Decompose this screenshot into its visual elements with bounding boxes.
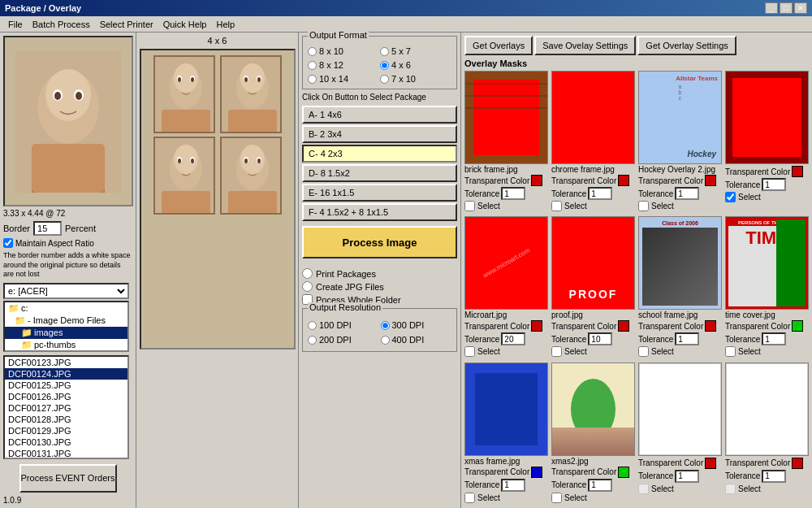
select-xmas2: Select [551,493,635,503]
color-swatch-xmas2[interactable] [618,467,629,478]
save-overlay-settings-button[interactable]: Save Ovelay Settings [534,36,636,55]
maximize-button[interactable]: □ [780,2,793,14]
tree-item-demo[interactable]: 📁 - Image Demo Files [5,315,127,327]
select-checkbox-xmas2[interactable] [551,493,562,503]
file-list[interactable]: DCF00123.JPG DCF00124.JPG DCF00125.JPG D… [3,355,129,458]
transparent-color-proof: Transparent Color [551,320,635,332]
color-swatch-time[interactable] [792,320,803,332]
select-checkbox-chrome[interactable] [551,201,562,211]
tolerance-input-empty2[interactable] [762,470,786,483]
color-swatch-brick[interactable] [531,175,542,186]
menu-file[interactable]: File [3,18,28,31]
color-swatch-xmas[interactable] [531,467,542,478]
format-4x6-radio[interactable] [380,61,389,70]
select-checkbox-proof[interactable] [551,346,562,357]
color-swatch-empty2[interactable] [792,458,803,469]
format-10x14-radio[interactable] [308,75,317,84]
file-item[interactable]: DCF00123.JPG [5,357,127,368]
overlay-hockey: Allstar Teams abc Hockey Hockey Overlay … [638,71,722,213]
tolerance-input-chrome[interactable] [588,187,612,200]
tolerance-input-proof[interactable] [588,332,612,345]
tolerance-input-time[interactable] [762,332,786,345]
format-4x6-label: 4 x 6 [391,60,411,70]
tolerance-input-red-frame[interactable] [762,178,786,191]
package-b-button[interactable]: B- 2 3x4 [302,125,457,143]
tolerance-input-xmas[interactable] [501,479,525,492]
package-c-button[interactable]: C- 4 2x3 [302,145,457,163]
file-item-selected[interactable]: DCF00124.JPG [5,368,127,380]
select-checkbox-microart[interactable] [464,346,475,357]
file-item[interactable]: DCF00131.JPG [5,448,127,458]
package-f-button[interactable]: F- 4 1.5x2 + 8 1x1.5 [302,203,457,221]
get-overlays-button[interactable]: Get Overlays [464,36,533,55]
res-200-radio[interactable] [308,336,317,345]
package-a-button[interactable]: A- 1 4x6 [302,106,457,124]
close-button[interactable]: ✕ [794,2,807,14]
package-e-button[interactable]: E- 16 1x1.5 [302,184,457,202]
res-300-radio[interactable] [381,321,390,330]
color-swatch-red-frame[interactable] [792,166,803,177]
overlay-name-xmas: xmas frame.jpg [464,457,548,466]
res-100-radio[interactable] [308,321,317,330]
format-7x10-radio[interactable] [380,75,389,84]
menu-select-printer[interactable]: Select Printer [95,18,158,31]
file-item[interactable]: DCF00125.JPG [5,380,127,391]
title-bar: Package / Overlay _ □ ✕ [0,0,812,16]
select-checkbox-red-frame[interactable] [725,192,736,202]
preview-area [3,36,133,206]
process-event-button[interactable]: Process EVENT Orders [19,464,117,493]
print-packages-radio[interactable] [302,268,313,279]
output-checkboxes: Print Packages Create JPG Files Pocess W… [302,268,457,305]
tree-item-images[interactable]: 📁 images [5,327,127,339]
minimize-button[interactable]: _ [765,2,778,14]
format-8x10-radio[interactable] [308,47,317,56]
create-jpg-radio[interactable] [302,281,313,292]
file-item[interactable]: DCF00129.JPG [5,425,127,436]
color-swatch-proof[interactable] [618,320,629,332]
tolerance-input-school[interactable] [675,332,699,345]
menu-help[interactable]: Help [211,18,240,31]
output-resolution-group: Output Resolution 100 DPI 300 DPI 200 DP… [302,308,457,352]
select-checkbox-school[interactable] [638,346,649,357]
file-item[interactable]: DCF00127.JPG [5,402,127,414]
tolerance-input-brick[interactable] [501,187,525,200]
select-checkbox-hockey[interactable] [638,201,649,211]
maintain-aspect-checkbox[interactable] [3,238,13,248]
color-swatch-school[interactable] [705,320,716,332]
menu-batch-process[interactable]: Batch Process [28,18,95,31]
folder-tree[interactable]: 📁 c: 📁 - Image Demo Files 📁 images 📁 pc-… [3,301,129,353]
border-input[interactable] [33,221,62,236]
color-swatch-empty1[interactable] [705,458,716,469]
overlay-name-school: school frame.jpg [638,310,722,319]
get-overlay-settings-button[interactable]: Get Overlay Settings [637,36,736,55]
color-swatch-hockey[interactable] [705,175,716,186]
file-item[interactable]: DCF00126.JPG [5,391,127,402]
select-brick: Select [464,201,548,211]
color-swatch-microart[interactable] [531,320,542,332]
select-checkbox-xmas[interactable] [464,493,475,503]
res-400-radio[interactable] [381,336,390,345]
overlay-grid: brick frame.jpg Transparent Color Tolera… [464,71,809,505]
package-d-button[interactable]: D- 8 1.5x2 [302,164,457,182]
select-school: Select [638,346,722,357]
tolerance-input-empty1[interactable] [675,470,699,483]
file-item[interactable]: DCF00128.JPG [5,414,127,425]
format-8x12-radio[interactable] [308,61,317,70]
format-5x7-radio[interactable] [380,47,389,56]
menu-quick-help[interactable]: Quick Help [158,18,212,31]
overlay-thumb-time: PERSONS OF THE YEAR TIME [725,216,809,310]
drive-select[interactable]: e: [ACER] [3,283,129,299]
tolerance-input-xmas2[interactable] [588,479,612,492]
select-checkbox-brick[interactable] [464,201,475,211]
tolerance-input-microart[interactable] [501,332,525,345]
process-image-button[interactable]: Process Image [302,226,457,258]
tree-item-pcthumbs[interactable]: 📁 pc-thumbs [5,339,127,351]
tree-item-c[interactable]: 📁 c: [5,302,127,315]
svg-point-6 [76,92,82,100]
color-swatch-chrome[interactable] [618,175,629,186]
overlay-name-hockey: Hockey Overlay 2.jpg [638,165,722,174]
overlay-name-microart: Microart.jpg [464,310,548,319]
select-checkbox-time[interactable] [725,346,736,357]
tolerance-input-hockey[interactable] [675,187,699,200]
file-item[interactable]: DCF00130.JPG [5,436,127,448]
